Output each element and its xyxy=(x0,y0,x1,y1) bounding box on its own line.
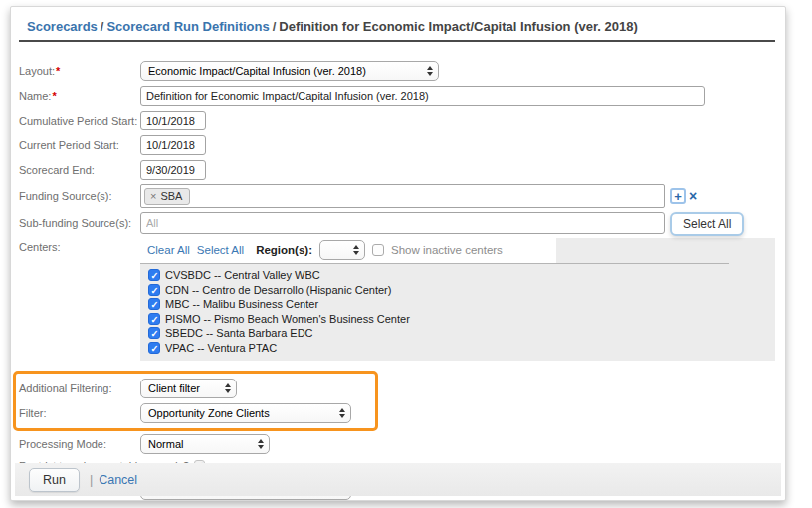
center-list-item: PISMO -- Pismo Beach Women's Business Ce… xyxy=(148,312,767,327)
funding-sources-label: Funding Source(s): xyxy=(19,190,140,202)
cumulative-period-start-input[interactable] xyxy=(140,111,206,130)
regions-label: Region(s): xyxy=(256,244,312,256)
footer-separator: | xyxy=(90,473,93,487)
center-list-item: SBEDC -- Santa Barbara EDC xyxy=(148,326,767,341)
layout-row: Layout:* Economic Impact/Capital Infusio… xyxy=(19,60,775,81)
center-checkbox[interactable] xyxy=(148,327,160,339)
required-asterisk: * xyxy=(52,90,56,102)
name-input[interactable] xyxy=(140,86,705,106)
scorecard-end-label: Scorecard End: xyxy=(19,164,140,176)
sub-funding-sources-label: Sub-funding Source(s): xyxy=(19,217,140,229)
center-list-item: VPAC -- Ventura PTAC xyxy=(148,341,767,356)
center-list-item: MBC -- Malibu Business Center xyxy=(148,297,767,312)
funding-sources-row: Funding Source(s): × SBA + × xyxy=(19,184,775,208)
center-item-label: CDN -- Centro de Desarrollo (Hispanic Ce… xyxy=(165,283,391,298)
layout-select-value: Economic Impact/Capital Infusion (ver. 2… xyxy=(148,65,366,77)
additional-filtering-label: Additional Filtering: xyxy=(19,382,140,394)
funding-sources-input[interactable]: × SBA xyxy=(140,184,665,208)
add-funding-source-icon[interactable]: + xyxy=(670,188,686,204)
name-row: Name:* xyxy=(19,85,775,106)
additional-filtering-select[interactable]: Client filter xyxy=(140,379,237,398)
additional-filtering-value: Client filter xyxy=(148,382,200,394)
center-item-label: SBEDC -- Santa Barbara EDC xyxy=(165,326,313,341)
center-list-item: CDN -- Centro de Desarrollo (Hispanic Ce… xyxy=(148,283,767,298)
current-period-start-row: Current Period Start: xyxy=(19,134,775,155)
breadcrumb: Scorecards/Scorecard Run Definitions/Def… xyxy=(19,15,775,40)
breadcrumb-link-run-definitions[interactable]: Scorecard Run Definitions xyxy=(106,19,269,34)
centers-toolbar: Clear All Select All Region(s): Show ina… xyxy=(140,238,556,263)
cumulative-period-start-label: Cumulative Period Start: xyxy=(19,115,140,127)
breadcrumb-separator: / xyxy=(270,19,280,34)
center-item-label: MBC -- Malibu Business Center xyxy=(165,297,318,312)
select-all-link[interactable]: Select All xyxy=(197,244,244,256)
filter-label: Filter: xyxy=(19,407,140,419)
select-stepper-icon xyxy=(339,408,345,418)
scorecard-run-definition-page: Scorecards/Scorecard Run Definitions/Def… xyxy=(10,6,786,501)
highlighted-filter-section: Additional Filtering: Client filter Filt… xyxy=(19,374,775,428)
processing-mode-label: Processing Mode: xyxy=(19,438,140,450)
current-period-start-input[interactable] xyxy=(140,135,206,155)
center-checkbox[interactable] xyxy=(148,269,160,281)
name-label: Name:* xyxy=(19,90,140,102)
cancel-link[interactable]: Cancel xyxy=(99,473,137,487)
current-period-start-label: Current Period Start: xyxy=(19,139,140,151)
chip-remove-icon[interactable]: × xyxy=(150,190,156,202)
center-item-label: PISMO -- Pismo Beach Women's Business Ce… xyxy=(165,312,410,327)
scorecard-end-row: Scorecard End: xyxy=(19,159,775,180)
sub-funding-sources-row: Sub-funding Source(s): Select All xyxy=(19,212,775,234)
run-button[interactable]: Run xyxy=(29,468,80,492)
chip-label: SBA xyxy=(160,190,182,202)
additional-filtering-row: Additional Filtering: Client filter xyxy=(19,378,775,398)
center-checkbox[interactable] xyxy=(148,342,160,354)
sub-funding-sources-input[interactable] xyxy=(140,212,665,234)
required-asterisk: * xyxy=(56,65,60,77)
breadcrumb-link-scorecards[interactable]: Scorecards xyxy=(27,19,98,34)
clear-funding-source-icon[interactable]: × xyxy=(689,188,697,204)
select-stepper-icon xyxy=(258,439,264,449)
layout-label: Layout:* xyxy=(19,65,140,77)
filter-value: Opportunity Zone Clients xyxy=(148,407,270,419)
page-title: Definition for Economic Impact/Capital I… xyxy=(279,19,637,34)
show-inactive-label: Show inactive centers xyxy=(391,244,503,256)
center-item-label: CVSBDC -- Central Valley WBC xyxy=(165,268,320,283)
clear-all-link[interactable]: Clear All xyxy=(147,244,190,256)
centers-widget: Clear All Select All Region(s): Show ina… xyxy=(140,238,775,361)
select-stepper-icon xyxy=(353,245,359,255)
center-list-item: CVSBDC -- Central Valley WBC xyxy=(148,268,767,283)
center-checkbox[interactable] xyxy=(148,298,160,310)
funding-source-chip: × SBA xyxy=(144,188,190,205)
processing-mode-row: Processing Mode: Normal xyxy=(19,433,775,454)
show-inactive-checkbox[interactable] xyxy=(372,244,384,256)
select-stepper-icon xyxy=(225,383,231,393)
scorecard-end-input[interactable] xyxy=(140,160,206,180)
processing-mode-value: Normal xyxy=(148,438,183,450)
center-item-label: VPAC -- Ventura PTAC xyxy=(165,341,277,356)
layout-select[interactable]: Economic Impact/Capital Infusion (ver. 2… xyxy=(140,61,439,81)
select-all-popup[interactable]: Select All xyxy=(670,212,744,236)
filter-row: Filter: Opportunity Zone Clients xyxy=(19,402,775,423)
breadcrumb-separator: / xyxy=(98,19,107,34)
cumulative-period-start-row: Cumulative Period Start: xyxy=(19,110,775,130)
select-stepper-icon xyxy=(427,66,433,76)
processing-mode-select[interactable]: Normal xyxy=(140,434,270,454)
center-checkbox[interactable] xyxy=(148,313,160,325)
footer-bar: Run | Cancel xyxy=(15,463,781,496)
header-rule xyxy=(19,40,775,42)
regions-select[interactable] xyxy=(319,240,365,260)
centers-list: CVSBDC -- Central Valley WBC CDN -- Cent… xyxy=(140,264,775,361)
center-checkbox[interactable] xyxy=(148,284,160,296)
filter-select[interactable]: Opportunity Zone Clients xyxy=(140,403,351,423)
centers-label: Centers: xyxy=(19,238,140,253)
centers-row: Centers: Clear All Select All Region(s):… xyxy=(19,238,775,361)
